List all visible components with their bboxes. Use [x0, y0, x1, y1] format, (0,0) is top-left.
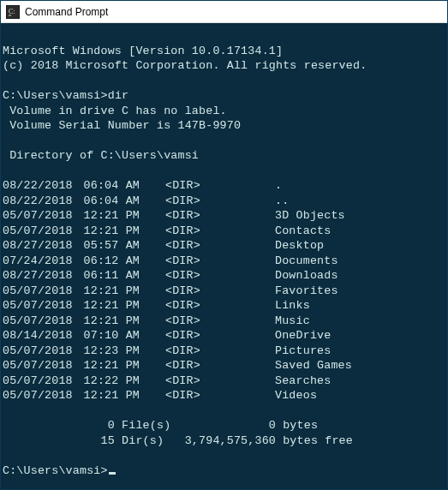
- blank-line: [3, 134, 9, 147]
- col-date: 05/07/2018: [3, 224, 76, 239]
- col-time: 06:04 AM: [76, 178, 140, 194]
- col-time: 12:22 PM: [76, 373, 140, 389]
- volume-line: Volume Serial Number is 147B-9970: [3, 119, 241, 132]
- col-date: 08/14/2018: [3, 328, 76, 344]
- col-type: <DIR>: [165, 194, 208, 209]
- col-type: <DIR>: [165, 224, 208, 239]
- col-name: Documents: [275, 254, 338, 269]
- col-time: 12:21 PM: [76, 208, 140, 224]
- col-time: 06:11 AM: [76, 268, 140, 284]
- titlebar[interactable]: C: Command Prompt: [1, 1, 447, 23]
- col-date: 05/07/2018: [3, 298, 76, 314]
- table-row: 05/07/201812:22 PM<DIR>Searches: [3, 373, 447, 389]
- col-date: 05/07/2018: [3, 284, 76, 299]
- table-row: 05/07/201812:23 PM<DIR>Pictures: [3, 344, 447, 359]
- col-time: 06:12 AM: [76, 254, 140, 269]
- col-name: Downloads: [275, 268, 338, 284]
- blank-line: [3, 164, 9, 177]
- terminal-output[interactable]: Microsoft Windows [Version 10.0.17134.1]…: [1, 23, 447, 489]
- header-line: Microsoft Windows [Version 10.0.17134.1]: [3, 45, 283, 57]
- col-name: .: [275, 178, 282, 194]
- col-type: <DIR>: [165, 328, 208, 344]
- blank-line: [3, 449, 9, 462]
- command-prompt-window: C: Command Prompt Microsoft Windows [Ver…: [0, 0, 448, 490]
- col-date: 08/22/2018: [3, 194, 76, 209]
- col-date: 05/07/2018: [3, 344, 76, 359]
- col-time: 12:21 PM: [76, 358, 140, 373]
- table-row: 08/22/201806:04 AM<DIR>..: [3, 194, 447, 209]
- col-time: 12:21 PM: [76, 314, 140, 329]
- col-type: <DIR>: [165, 254, 208, 269]
- cmd-icon: C:: [6, 5, 20, 19]
- col-date: 08/22/2018: [3, 178, 76, 194]
- col-type: <DIR>: [165, 238, 208, 254]
- col-type: <DIR>: [165, 178, 208, 194]
- table-row: 05/07/201812:21 PM<DIR>Contacts: [3, 224, 447, 239]
- col-time: 12:21 PM: [76, 388, 140, 403]
- col-time: 12:21 PM: [76, 298, 140, 314]
- col-date: 05/07/2018: [3, 314, 76, 329]
- summary-dirs: 15 Dir(s) 3,794,575,360 bytes free: [3, 434, 353, 447]
- table-row: 08/22/201806:04 AM<DIR>.: [3, 178, 447, 194]
- col-time: 06:04 AM: [76, 194, 140, 209]
- col-name: Links: [275, 298, 310, 314]
- col-name: Favorites: [275, 284, 338, 299]
- col-type: <DIR>: [165, 388, 208, 403]
- col-time: 12:21 PM: [76, 284, 140, 299]
- col-date: 05/07/2018: [3, 388, 76, 403]
- col-time: 12:23 PM: [76, 344, 140, 359]
- col-type: <DIR>: [165, 373, 208, 389]
- col-name: Contacts: [275, 224, 331, 239]
- col-type: <DIR>: [165, 314, 208, 329]
- col-date: 05/07/2018: [3, 358, 76, 373]
- summary-files: 0 File(s) 0 bytes: [3, 419, 318, 432]
- col-type: <DIR>: [165, 208, 208, 224]
- col-name: OneDrive: [275, 328, 331, 344]
- col-type: <DIR>: [165, 358, 208, 373]
- table-row: 07/24/201806:12 AM<DIR>Documents: [3, 254, 447, 269]
- col-date: 05/07/2018: [3, 373, 76, 389]
- col-name: Pictures: [275, 344, 331, 359]
- col-type: <DIR>: [165, 298, 208, 314]
- prompt: C:\Users\vamsi>: [3, 89, 108, 102]
- command-text: dir: [108, 89, 129, 102]
- table-row: 05/07/201812:21 PM<DIR>Music: [3, 314, 447, 329]
- directory-of-line: Directory of C:\Users\vamsi: [3, 149, 199, 162]
- table-row: 08/27/201806:11 AM<DIR>Downloads: [3, 268, 447, 284]
- col-name: Saved Games: [275, 358, 352, 373]
- table-row: 05/07/201812:21 PM<DIR>3D Objects: [3, 208, 447, 224]
- table-row: 08/27/201805:57 AM<DIR>Desktop: [3, 238, 447, 254]
- col-date: 08/27/2018: [3, 238, 76, 254]
- col-type: <DIR>: [165, 268, 208, 284]
- prompt-line: C:\Users\vamsi>dir: [3, 89, 128, 102]
- col-name: ..: [275, 194, 289, 209]
- col-time: 05:57 AM: [76, 238, 140, 254]
- col-name: Searches: [275, 373, 331, 389]
- header-line: (c) 2018 Microsoft Corporation. All righ…: [3, 59, 367, 72]
- svg-text:C:: C:: [9, 8, 15, 15]
- col-date: 05/07/2018: [3, 208, 76, 224]
- table-row: 05/07/201812:21 PM<DIR>Favorites: [3, 284, 447, 299]
- table-row: 08/14/201807:10 AM<DIR>OneDrive: [3, 328, 447, 344]
- col-type: <DIR>: [165, 344, 208, 359]
- table-row: 05/07/201812:21 PM<DIR>Links: [3, 298, 447, 314]
- col-date: 07/24/2018: [3, 254, 76, 269]
- prompt: C:\Users\vamsi>: [3, 464, 108, 477]
- volume-line: Volume in drive C has no label.: [3, 105, 227, 117]
- directory-listing: 08/22/201806:04 AM<DIR>.08/22/201806:04 …: [3, 178, 447, 403]
- col-time: 07:10 AM: [76, 328, 140, 344]
- blank-line: [3, 75, 9, 87]
- table-row: 05/07/201812:21 PM<DIR>Videos: [3, 388, 447, 403]
- col-type: <DIR>: [165, 284, 208, 299]
- window-title: Command Prompt: [25, 6, 108, 18]
- cursor: [109, 472, 116, 475]
- col-name: Videos: [275, 388, 317, 403]
- col-name: 3D Objects: [275, 208, 345, 224]
- col-name: Music: [275, 314, 310, 329]
- col-name: Desktop: [275, 238, 324, 254]
- table-row: 05/07/201812:21 PM<DIR>Saved Games: [3, 358, 447, 373]
- col-date: 08/27/2018: [3, 268, 76, 284]
- col-time: 12:21 PM: [76, 224, 140, 239]
- prompt-line: C:\Users\vamsi>: [3, 464, 116, 477]
